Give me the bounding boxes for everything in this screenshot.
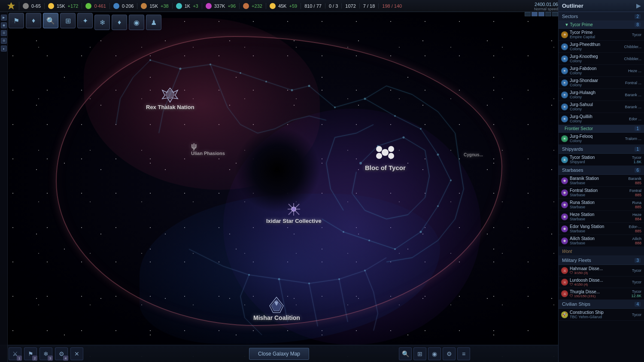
empire-icon[interactable] [7, 2, 15, 10]
frontier-sector-header[interactable]: Frontier Sector 1 [559, 125, 644, 133]
date-display: 2400.01.06 Normal speed [525, 2, 558, 16]
colony-tycor-prime[interactable]: ★ Tycor Prime Empire Capital Tycor [559, 29, 644, 41]
starbase-ailich[interactable]: ◆ Ailich Station Starbase Ailich 888 [559, 235, 644, 247]
factions-button[interactable]: 🔍 [43, 13, 58, 28]
fleet-thurgla[interactable]: ⚔ Thurgla Disse... 🛡 191/150 (191) Tycor… [559, 288, 644, 300]
left-tool-3[interactable]: ☰ [1, 30, 7, 36]
military-fleets-section-header[interactable]: Military Fleets 3 [559, 256, 644, 265]
colony-jurg-shondaar[interactable]: ● Jurg-Shondaar Colony Fontral ... [559, 77, 644, 89]
svg-point-87 [368, 240, 370, 241]
left-tool-4[interactable]: ⚙ [1, 38, 7, 44]
colony-jurg-knootheg[interactable]: ● Jurg-Knootheg Colony Chibbler... [559, 53, 644, 65]
svg-line-29 [365, 210, 386, 219]
svg-point-91 [210, 64, 211, 65]
zoom-in-btn[interactable]: 🔍 [399, 347, 412, 360]
starbase-heze[interactable]: ◆ Heze Station Starbase Heze 884 [559, 211, 644, 223]
systems-section: 0 / 3 [325, 3, 342, 9]
outliner-expand-btn[interactable]: ▶ [636, 3, 641, 9]
starbases-section-header[interactable]: Starbases 6 [559, 166, 644, 175]
leaders-button[interactable]: ♟ [146, 15, 161, 30]
shipyard-tycor-station[interactable]: ▲ Tycor Station Shipyard Tycor 1.8K [559, 154, 644, 166]
colony-jurg-pheedthun[interactable]: ● Jurg-Pheedthun Colony Chibbler... [559, 41, 644, 53]
svg-point-96 [278, 278, 280, 280]
settings-btn[interactable]: ⚙ [443, 347, 456, 360]
trade-section: 45K +59 [266, 3, 301, 9]
starbase-runa[interactable]: ◆ Runa Station Starbase Runa 885 [559, 199, 644, 211]
left-tool-2[interactable]: ◉ [1, 22, 7, 28]
naval-section: 198 / 140 [379, 3, 405, 9]
svg-point-77 [308, 85, 310, 87]
civilian-ships-section-header[interactable]: Civilian Ships 4 [559, 300, 644, 309]
date-year: 2400.01.06 [525, 2, 558, 7]
civilian-construction-ship[interactable]: 🚀 Construction Ship TBC Yehm-Gilarud Tyc… [559, 309, 644, 321]
unity-delta: +96 [228, 3, 236, 9]
svg-line-36 [331, 189, 343, 210]
starbase-baranik[interactable]: ◆ Baranik Station Starbase Baranik 885 [559, 175, 644, 187]
planets-button[interactable]: ⊞ [60, 13, 76, 28]
svg-line-46 [210, 64, 219, 86]
techs-button[interactable]: ✦ [77, 13, 93, 28]
speed-btn-5[interactable] [552, 12, 558, 16]
shipyards-section-header[interactable]: Shipyards 1 [559, 145, 644, 154]
frontier-count: 1 [635, 126, 641, 131]
svg-line-3 [395, 116, 421, 129]
bottom-btn-2[interactable]: ⚑ 2 [24, 347, 37, 360]
colony-icon: ● [561, 79, 568, 86]
svg-line-13 [386, 86, 412, 94]
bottom-btn-4[interactable]: ⚙ 4 [55, 347, 68, 360]
colony-jurg-quilliih[interactable]: ● Jurg-Quilliih Colony Edor ... [559, 113, 644, 125]
svg-point-98 [338, 278, 340, 280]
speed-btn-1[interactable] [525, 12, 531, 16]
sectors-count: 2 [635, 14, 641, 19]
starbase-icon: ◆ [561, 201, 568, 208]
svg-line-50 [258, 129, 275, 133]
speed-btn-3[interactable] [538, 12, 544, 16]
svg-point-97 [308, 283, 310, 284]
shipyard-icon: ▲ [561, 156, 568, 163]
close-galaxy-button[interactable]: Close Galaxy Map [249, 348, 309, 360]
svg-line-66 [279, 279, 283, 301]
svg-line-51 [275, 120, 292, 129]
bottom-btn-3[interactable]: ❄ 3 [39, 347, 52, 360]
fleet-lurdoosh[interactable]: ⚔ Lurdoosh Disse... 🛡 4/150 (4) Tycor [559, 277, 644, 288]
policies-button[interactable]: ❄ [94, 15, 110, 30]
naval-val: 198 / 140 [382, 3, 402, 9]
badge-3: 3 [48, 356, 53, 361]
badge-2: 2 [32, 356, 37, 361]
fleet-icon: ⚔ [561, 279, 568, 286]
tycor-prime-header[interactable]: ▼ Tycor Prime 8 [559, 21, 644, 29]
fleet-hahmaar[interactable]: ⚔ Hahmaar Disse... 🛡 3/150 (3) Tycor [559, 265, 644, 277]
svg-point-83 [450, 179, 452, 181]
svg-line-55 [120, 77, 133, 99]
colony-jurg-felooq[interactable]: ● Jurg-Felooq Colony Tralorn ... [559, 133, 644, 145]
left-tool-5[interactable]: ♦ [1, 46, 7, 52]
svg-line-76 [189, 249, 206, 258]
traditions-button[interactable]: ♦ [112, 15, 127, 30]
svg-line-63 [240, 275, 249, 296]
bottom-btn-1[interactable]: ⚔ 1 [9, 347, 21, 360]
starbase-edor-vang[interactable]: ◆ Edor Vang Station Starbase Edor-... 88… [559, 223, 644, 235]
sectors-section-header[interactable]: Sectors 2 [559, 12, 644, 21]
galaxy-map[interactable]: Rex Thalak Nation Bloc of Tycor Ixidar S… [0, 0, 558, 362]
minerals-icon [23, 3, 29, 9]
speed-btn-2[interactable] [532, 12, 538, 16]
svg-point-100 [359, 162, 362, 164]
starbase-fontral[interactable]: ◆ Fontral Station Starbase Fontral 885 [559, 187, 644, 199]
colony-jurg-fabdoon[interactable]: ● Jurg-Fabdoon Colony Heze ... [559, 65, 644, 77]
grid-btn[interactable]: ⊞ [413, 347, 426, 360]
planets-val: 1072 [345, 3, 355, 9]
center-btn[interactable]: ◉ [428, 347, 441, 360]
species-button[interactable]: ♦ [26, 13, 41, 28]
menu-btn[interactable]: ≡ [457, 347, 470, 360]
left-tool-1[interactable]: ▶ [1, 15, 7, 21]
contacts-button[interactable]: ⚑ [9, 13, 24, 28]
colony-jurg-hulaagh[interactable]: ● Jurg-Hulaagh Colony Barank ... [559, 89, 644, 101]
colony-jurg-sahuul[interactable]: ● Jurg-Sahuul Colony Barank ... [559, 101, 644, 113]
edicts-button[interactable]: ◉ [129, 15, 144, 30]
bottom-btn-5[interactable]: ✕ [70, 347, 83, 360]
svg-line-38 [180, 64, 210, 69]
svg-marker-109 [7, 2, 15, 9]
svg-point-99 [364, 270, 366, 271]
svg-line-7 [421, 206, 438, 232]
speed-btn-4[interactable] [545, 12, 551, 16]
